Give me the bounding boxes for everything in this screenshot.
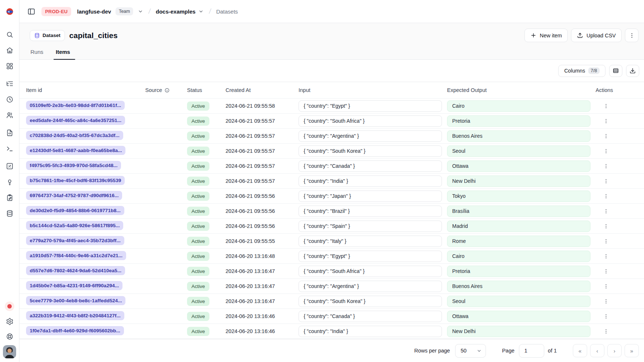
playground-terminal-icon[interactable]	[3, 142, 16, 155]
row-actions-button[interactable]	[601, 236, 611, 246]
tab-runs[interactable]: Runs	[30, 49, 44, 59]
support-lifebuoy-icon[interactable]	[3, 330, 16, 343]
breadcrumb-section[interactable]: Datasets	[216, 8, 238, 15]
lightbulb-icon[interactable]	[3, 176, 16, 188]
page-number-input[interactable]	[519, 344, 544, 358]
kebab-menu-icon	[603, 133, 609, 139]
item-id-badge[interactable]: a1910d57-7f84-440c-9e46-a31c2d7e21...	[26, 251, 126, 260]
columns-button[interactable]: Columns 7/8	[558, 65, 605, 77]
row-actions-button[interactable]	[601, 146, 611, 156]
item-id-badge[interactable]: f4975c95-5fc3-4939-970d-58fa5cd48...	[26, 161, 121, 170]
evaluation-percent-icon[interactable]	[3, 160, 16, 172]
datasets-database-icon[interactable]	[3, 207, 16, 219]
org-chevron-down-icon[interactable]	[138, 8, 143, 14]
row-height-button[interactable]	[609, 65, 622, 77]
created-at-cell: 2024-06-20 13:16:46	[226, 328, 299, 334]
item-id-badge[interactable]: a322b319-9412-4f43-b8f2-b20484127f...	[26, 311, 124, 320]
user-avatar[interactable]	[3, 345, 16, 358]
table-body: 05109ef0-2e3b-4e03-98dd-8f7d01b61f... Ac…	[19, 99, 644, 339]
row-actions-button[interactable]	[601, 221, 611, 231]
rows-per-page-select[interactable]: 50	[455, 344, 486, 358]
table-row: eed5dafe-244f-465c-a84c-4a6e357251... Ac…	[19, 114, 644, 129]
annotation-clipboard-icon[interactable]	[3, 191, 16, 204]
table-row: 5cee7779-3e00-4eb8-be8c-1affedd524... Ac…	[19, 294, 644, 309]
langfuse-logo[interactable]	[6, 7, 14, 16]
status-badge: Active	[187, 162, 209, 171]
item-id-badge[interactable]: eed5dafe-244f-465c-a84c-4a6e357251...	[26, 116, 125, 125]
row-actions-button[interactable]	[601, 311, 611, 321]
kebab-menu-icon	[603, 238, 609, 244]
export-download-button[interactable]	[626, 65, 639, 77]
item-id-badge[interactable]: b5c144cd-52a5-4a80-926e-58617f895...	[26, 221, 123, 230]
created-at-cell: 2024-06-21 09:55:57	[226, 148, 299, 154]
row-actions-button[interactable]	[601, 101, 611, 111]
upload-csv-button[interactable]: Upload CSV	[571, 29, 622, 42]
row-actions-button[interactable]	[601, 296, 611, 306]
row-actions-button[interactable]	[601, 176, 611, 186]
created-at-cell: 2024-06-21 09:55:55	[226, 238, 299, 244]
sidebar-toggle-icon[interactable]	[25, 5, 37, 17]
expected-output-cell: Brasília	[447, 206, 590, 217]
item-id-badge[interactable]: c702838d-24d5-40a2-bf35-67dc3a3df...	[26, 131, 123, 140]
prompts-file-icon[interactable]	[3, 126, 16, 139]
breadcrumb-organization[interactable]: langfuse-dev	[77, 8, 111, 15]
expected-output-cell: Buenos Aires	[447, 281, 590, 292]
item-id-badge[interactable]: e779a270-579a-4f45-aec4-35b72d3bff...	[26, 236, 124, 245]
prev-page-button[interactable]: ‹	[590, 344, 604, 357]
expected-output-cell: Cairo	[447, 251, 590, 262]
kebab-menu-icon	[603, 313, 609, 319]
item-id-badge[interactable]: 05109ef0-2e3b-4e03-98dd-8f7d01b61f...	[26, 101, 125, 110]
item-id-badge[interactable]: e12430df-5e81-4687-aabb-f0ea65be8a...	[26, 146, 125, 155]
item-id-badge[interactable]: 69764737-34af-4752-9787-d90df9616...	[26, 191, 122, 200]
new-item-button[interactable]: New item	[524, 29, 568, 42]
row-actions-button[interactable]	[601, 116, 611, 126]
kebab-menu-icon	[603, 103, 609, 109]
breadcrumb-project[interactable]: docs-examples	[156, 8, 204, 15]
item-id-badge[interactable]: b75c7861-1fbe-45cf-bdf6-83f139c95539	[26, 176, 125, 185]
org-type-badge: Team	[116, 7, 133, 15]
row-actions-button[interactable]	[601, 131, 611, 141]
table-row: 05109ef0-2e3b-4e03-98dd-8f7d01b61f... Ac…	[19, 99, 644, 114]
dashboard-icon[interactable]	[3, 60, 16, 72]
tab-items[interactable]: Items	[55, 49, 71, 59]
input-cell: { "country": "South Africa" }	[299, 266, 442, 277]
row-actions-button[interactable]	[601, 206, 611, 216]
item-id-badge[interactable]: 1f0e7da1-dbff-4e60-929d-f6095602bb...	[26, 326, 124, 335]
table-toolbar: Columns 7/8	[19, 60, 644, 82]
last-page-button[interactable]: »	[625, 344, 639, 357]
kebab-menu-icon	[603, 253, 609, 259]
home-icon[interactable]	[3, 44, 16, 56]
search-icon[interactable]	[3, 28, 16, 41]
row-actions-button[interactable]	[601, 266, 611, 276]
next-page-button[interactable]: ›	[607, 344, 622, 357]
row-actions-button[interactable]	[601, 251, 611, 261]
table-row: 1f0e7da1-dbff-4e60-929d-f6095602bb... Ac…	[19, 324, 644, 339]
info-icon[interactable]	[164, 88, 170, 93]
item-id-badge[interactable]: 5cee7779-3e00-4eb8-be8c-1affedd524...	[26, 296, 125, 305]
status-badge: Active	[187, 117, 209, 126]
row-actions-button[interactable]	[601, 281, 611, 291]
kebab-menu-icon	[603, 283, 609, 289]
item-id-badge[interactable]: 1d45b0e7-b85a-4231-9149-6ff90a294...	[26, 281, 122, 290]
status-badge: Active	[187, 237, 209, 246]
row-actions-button[interactable]	[601, 326, 611, 336]
input-cell: { "country": "South Korea" }	[299, 145, 442, 157]
more-actions-button[interactable]	[625, 29, 638, 42]
row-actions-button[interactable]	[601, 161, 611, 171]
kebab-menu-icon	[603, 298, 609, 304]
users-icon[interactable]	[3, 109, 16, 121]
input-cell: { "country": "India" }	[299, 176, 442, 187]
expected-output-cell: New Delhi	[447, 326, 590, 337]
pagination-footer: Rows per page 50 Page of 1 « ‹ › »	[19, 339, 644, 362]
settings-gear-icon[interactable]	[3, 315, 16, 328]
item-id-badge[interactable]: d557e7d6-7802-4624-9da6-52d410ea5...	[26, 266, 125, 275]
item-id-badge[interactable]: de30d2e0-f5d9-4854-88b6-0619771b8...	[26, 206, 124, 215]
row-actions-button[interactable]	[601, 191, 611, 201]
expected-output-cell: Madrid	[447, 221, 590, 232]
recording-dot[interactable]	[5, 302, 14, 311]
status-badge: Active	[187, 327, 209, 336]
tracing-icon[interactable]	[3, 77, 16, 90]
kebab-menu-icon	[629, 32, 635, 39]
sessions-clock-icon[interactable]	[3, 93, 16, 106]
first-page-button[interactable]: «	[573, 344, 587, 357]
